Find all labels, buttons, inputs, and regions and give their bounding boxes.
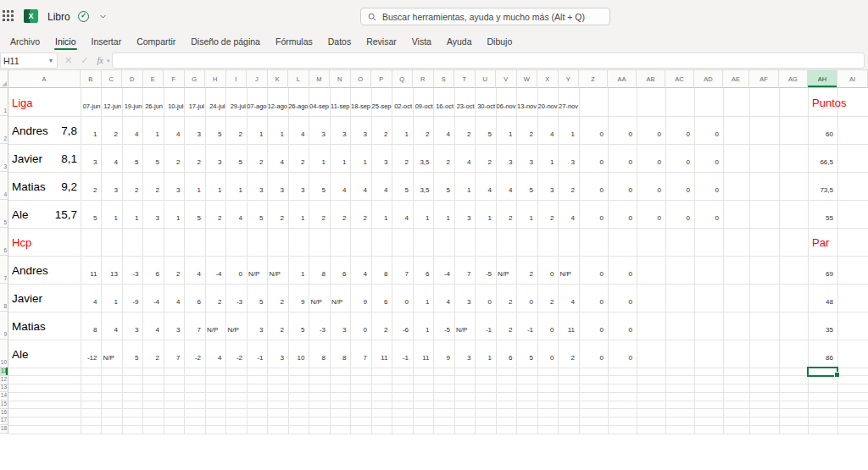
cell-J7[interactable]: N/P (247, 256, 268, 284)
cell-R8[interactable]: 1 (413, 284, 434, 312)
name-box[interactable]: H11 ▾ (0, 53, 58, 69)
cell-AA9[interactable]: 0 (608, 312, 637, 340)
row-header-16[interactable]: 16 (0, 409, 8, 417)
col-header-R[interactable]: R (413, 70, 434, 88)
cell-AC5[interactable]: 0 (665, 200, 694, 228)
row-header-7[interactable]: 7 (0, 256, 8, 284)
cell-V8[interactable]: 2 (496, 284, 517, 312)
menu-tab-ayuda[interactable]: Ayuda (439, 32, 480, 51)
cell-K9[interactable]: 2 (268, 312, 289, 340)
cell-F7[interactable]: 2 (164, 256, 185, 284)
cell-P4[interactable]: 4 (371, 172, 392, 200)
cell-X8[interactable]: 2 (537, 284, 559, 312)
cell-N10[interactable]: 8 (330, 340, 351, 368)
cell-J9[interactable]: 3 (247, 312, 268, 340)
cell-J1[interactable]: 07-ago (247, 88, 268, 116)
cell-F3[interactable]: 2 (164, 144, 185, 172)
cell-L9[interactable]: 5 (288, 312, 309, 340)
cell-N7[interactable]: 6 (330, 256, 351, 284)
cell-D2[interactable]: 4 (122, 116, 143, 144)
cell-AA10[interactable]: 0 (608, 340, 637, 368)
cell-Y10[interactable]: 2 (559, 340, 580, 368)
cell-H9[interactable]: N/P (205, 312, 226, 340)
col-header-A[interactable]: A (8, 70, 81, 88)
cell-T9[interactable]: N/P (454, 312, 476, 340)
cell-Q2[interactable]: 1 (392, 116, 414, 144)
cell-AH8[interactable]: 48 (808, 284, 837, 312)
cell-C4[interactable]: 3 (102, 172, 123, 200)
cell-T4[interactable]: 1 (454, 172, 476, 200)
cell-C10[interactable]: N/P (102, 340, 123, 368)
cell-D5[interactable]: 1 (122, 200, 143, 228)
cell-N3[interactable]: 1 (330, 144, 351, 172)
col-header-U[interactable]: U (476, 70, 497, 88)
cell-B4[interactable]: 2 (81, 172, 102, 200)
cell-F4[interactable]: 3 (164, 172, 185, 200)
cell-P3[interactable]: 3 (371, 144, 392, 172)
row-header-1[interactable]: 1 (0, 88, 8, 116)
cell-A2[interactable]: Andres7,8 (8, 116, 81, 144)
cell-N1[interactable]: 11-sep (330, 88, 351, 116)
cell-M1[interactable]: 04-sep (309, 88, 331, 116)
row-header-3[interactable]: 3 (0, 144, 8, 172)
confirm-icon[interactable]: ✓ (81, 55, 88, 66)
cell-V9[interactable]: 2 (496, 312, 517, 340)
col-header-F[interactable]: F (164, 70, 185, 88)
cell-AD2[interactable]: 0 (694, 116, 723, 144)
cell-E8[interactable]: -4 (143, 284, 164, 312)
menu-tab-vista[interactable]: Vista (404, 32, 439, 51)
cell-U9[interactable]: -1 (476, 312, 497, 340)
cell-W8[interactable]: 0 (517, 284, 538, 312)
cell-D1[interactable]: 19-jun (122, 88, 143, 116)
row-header-13[interactable]: 13 (0, 384, 8, 393)
cell-AH5[interactable]: 55 (808, 200, 837, 228)
cell-V3[interactable]: 3 (496, 144, 517, 172)
col-header-V[interactable]: V (496, 70, 517, 88)
cell-Z7[interactable]: 0 (579, 256, 608, 284)
cell-R5[interactable]: 1 (413, 200, 434, 228)
cell-M3[interactable]: 1 (309, 144, 331, 172)
cell-Z2[interactable]: 0 (579, 116, 608, 144)
cell-Q7[interactable]: 7 (392, 256, 414, 284)
cell-V2[interactable]: 1 (496, 116, 517, 144)
col-header-AH[interactable]: AH (808, 70, 837, 88)
cell-F2[interactable]: 4 (164, 116, 185, 144)
row-header-17[interactable]: 17 (0, 417, 8, 426)
cell-P2[interactable]: 2 (371, 116, 392, 144)
cell-X4[interactable]: 3 (537, 172, 559, 200)
menu-tab-formulas[interactable]: Fórmulas (268, 32, 320, 51)
cell-N9[interactable]: 3 (330, 312, 351, 340)
cell-AA2[interactable]: 0 (608, 116, 637, 144)
cell-P7[interactable]: 8 (371, 256, 392, 284)
cell-W2[interactable]: 2 (517, 116, 538, 144)
cell-Q8[interactable]: 0 (392, 284, 414, 312)
cell-A5[interactable]: Ale15,7 (8, 200, 81, 228)
cell-M4[interactable]: 5 (309, 172, 331, 200)
col-header-T[interactable]: T (454, 70, 476, 88)
cell-S9[interactable]: -5 (434, 312, 455, 340)
cell-B1[interactable]: 07-jun (81, 88, 102, 116)
cell-Y9[interactable]: 11 (559, 312, 580, 340)
menu-tab-revisar[interactable]: Revisar (359, 32, 404, 51)
fx-chevron-icon[interactable]: ▾ (107, 58, 110, 64)
cell-AH4[interactable]: 73,5 (808, 172, 837, 200)
cell-AB3[interactable]: 0 (637, 144, 665, 172)
cell-I5[interactable]: 4 (226, 200, 248, 228)
col-header-K[interactable]: K (268, 70, 289, 88)
cell-T5[interactable]: 3 (454, 200, 476, 228)
cell-C7[interactable]: 13 (102, 256, 123, 284)
app-title[interactable]: Libro (47, 11, 70, 23)
cell-J2[interactable]: 1 (247, 116, 268, 144)
cell-F10[interactable]: 7 (164, 340, 185, 368)
cell-E2[interactable]: 1 (143, 116, 164, 144)
cell-L2[interactable]: 4 (288, 116, 309, 144)
cell-E1[interactable]: 26-jun (143, 88, 164, 116)
cell-G10[interactable]: -2 (185, 340, 206, 368)
cell-G1[interactable]: 17-jul (185, 88, 206, 116)
cell-AD3[interactable]: 0 (694, 144, 723, 172)
cell-K7[interactable]: N/P (268, 256, 289, 284)
cell-S5[interactable]: 1 (434, 200, 455, 228)
cell-O3[interactable]: 1 (351, 144, 372, 172)
cell-O8[interactable]: 9 (351, 284, 372, 312)
search-box[interactable]: Buscar herramientas, ayuda y mucho más (… (360, 8, 610, 25)
